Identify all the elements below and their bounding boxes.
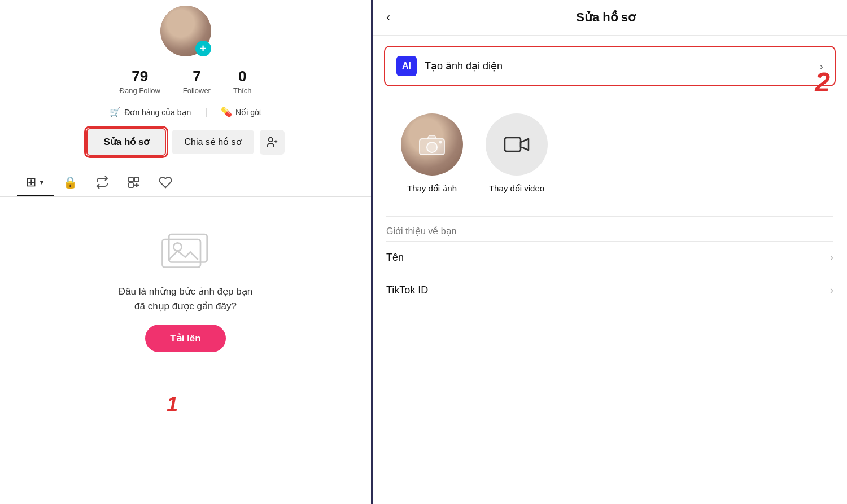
right-panel: ‹ Sửa hồ sơ AI Tạo ảnh đại diện › 2 — [373, 0, 847, 504]
upload-button[interactable]: Tải lên — [145, 325, 225, 352]
step-1-label: 1 — [167, 393, 178, 417]
heel-icon: 💊 — [221, 107, 232, 117]
svg-rect-12 — [505, 138, 521, 151]
bio-section-label: Giới thiệu về bạn — [386, 216, 833, 241]
avatar-container: + — [160, 6, 211, 56]
tagged-icon — [127, 176, 141, 189]
ai-banner-left: AI Tạo ảnh đại diện — [396, 56, 503, 76]
change-photo-option[interactable]: Thay đổi ảnh — [401, 113, 463, 194]
liked-icon — [159, 176, 172, 189]
svg-point-11 — [439, 141, 442, 144]
name-field-row[interactable]: Tên › — [386, 241, 833, 274]
likes-count: 0 — [238, 68, 246, 85]
profile-fields: Giới thiệu về bạn Tên › TikTok ID › — [373, 211, 847, 504]
lock-icon: 🔒 — [63, 176, 77, 189]
add-friend-button[interactable] — [260, 130, 285, 155]
heel-text: Nối gót — [235, 108, 261, 117]
add-avatar-button[interactable]: + — [195, 41, 211, 56]
tab-grid-arrow: ▼ — [38, 178, 45, 186]
stats-row: 79 Đang Follow 7 Follower 0 Thích — [120, 68, 252, 95]
empty-image-icon — [160, 231, 211, 273]
change-video-option[interactable]: Thay đổi video — [486, 113, 548, 194]
tab-liked[interactable] — [150, 168, 181, 196]
svg-point-10 — [427, 142, 437, 152]
left-panel: + 79 Đang Follow 7 Follower 0 Thích 🛒 Đơ… — [0, 0, 373, 504]
right-title: Sửa hồ sơ — [399, 10, 812, 25]
tiktok-id-field-label: TikTok ID — [386, 284, 428, 296]
tab-repost[interactable] — [86, 168, 118, 196]
tabs-row: ⊞ ▼ 🔒 — [0, 168, 371, 197]
svg-rect-7 — [169, 234, 208, 262]
share-profile-button[interactable]: Chia sẻ hồ sơ — [172, 130, 254, 154]
change-photo-circle — [401, 113, 463, 176]
likes-label: Thích — [233, 86, 252, 95]
heel-link[interactable]: 💊 Nối gót — [221, 107, 261, 117]
ai-banner-text: Tạo ảnh đại diện — [425, 60, 503, 72]
stat-likes[interactable]: 0 Thích — [233, 68, 252, 95]
ai-banner[interactable]: AI Tạo ảnh đại diện › — [384, 46, 836, 86]
orders-text: Đơn hàng của bạn — [124, 108, 191, 117]
name-field-label: Tên — [386, 252, 404, 264]
tab-grid[interactable]: ⊞ ▼ — [17, 168, 54, 196]
right-header: ‹ Sửa hồ sơ — [373, 0, 847, 36]
repost-icon — [95, 176, 109, 189]
svg-rect-4 — [134, 177, 139, 182]
empty-content: Đâu là những bức ảnh đẹp bạnđã chụp được… — [119, 231, 252, 352]
follower-count: 7 — [193, 68, 200, 85]
orders-link[interactable]: 🛒 Đơn hàng của bạn — [110, 107, 191, 117]
camera-icon — [418, 133, 446, 156]
buttons-row: Sửa hồ sơ Chia sẻ hồ sơ — [86, 128, 284, 156]
action-links: 🛒 Đơn hàng của bạn | 💊 Nối gót — [110, 106, 261, 118]
divider: | — [204, 106, 207, 118]
stat-follower[interactable]: 7 Follower — [183, 68, 211, 95]
change-video-circle — [486, 113, 548, 176]
following-label: Đang Follow — [120, 86, 160, 95]
grid-icon: ⊞ — [26, 175, 36, 190]
change-photo-label: Thay đổi ảnh — [407, 183, 457, 194]
tiktok-id-field-row[interactable]: TikTok ID › — [386, 274, 833, 306]
tab-tagged[interactable] — [118, 168, 150, 196]
svg-rect-5 — [129, 183, 133, 187]
tiktok-id-field-chevron: › — [830, 284, 833, 296]
change-video-label: Thay đổi video — [489, 183, 544, 194]
step-2-label: 2 — [815, 67, 830, 98]
video-icon — [504, 134, 530, 155]
cart-icon: 🛒 — [110, 107, 121, 117]
name-field-chevron: › — [830, 252, 833, 264]
stat-following[interactable]: 79 Đang Follow — [120, 68, 160, 95]
tab-lock[interactable]: 🔒 — [54, 168, 86, 196]
empty-text: Đâu là những bức ảnh đẹp bạnđã chụp được… — [119, 284, 252, 313]
ai-icon: AI — [396, 56, 417, 76]
back-button[interactable]: ‹ — [386, 10, 390, 25]
follower-label: Follower — [183, 86, 211, 95]
edit-profile-button[interactable]: Sửa hồ sơ — [86, 128, 166, 156]
following-count: 79 — [132, 68, 148, 85]
svg-point-0 — [268, 137, 272, 141]
svg-point-8 — [174, 243, 182, 251]
media-options: Thay đổi ảnh Thay đổi video — [373, 97, 847, 211]
svg-rect-3 — [129, 177, 133, 182]
